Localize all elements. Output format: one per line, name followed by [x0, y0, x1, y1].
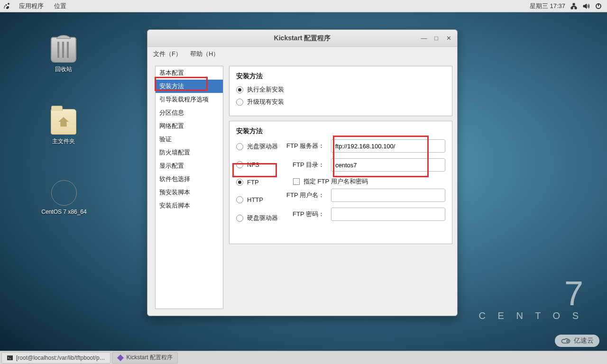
input-ftp-dir[interactable]	[331, 158, 445, 172]
desktop-home-label: 主文件夹	[40, 137, 87, 146]
desktop-disc[interactable]: CentOS 7 x86_64	[33, 180, 95, 215]
titlebar[interactable]: Kickstart 配置程序 — □ ✕	[147, 30, 457, 47]
watermark: 亿速云	[555, 335, 599, 347]
section-install-source: 安装方法 光盘驱动器 NFS FTP HTTP 硬盘驱动器 FTP 服务器： F…	[229, 121, 452, 244]
kickstart-icon	[117, 355, 124, 361]
menubar: 文件（F） 帮助（H）	[147, 47, 457, 61]
kickstart-window: Kickstart 配置程序 — □ ✕ 文件（F） 帮助（H） 基本配置 安装…	[147, 29, 458, 316]
radio-icon	[236, 143, 243, 150]
taskbar: [root@localhost:/var/lib/tftpboot/p… Kic…	[0, 351, 607, 364]
label-ftp-dir: FTP 目录：	[286, 161, 324, 169]
input-ftp-user[interactable]	[331, 189, 445, 202]
radio-http[interactable]: HTTP	[236, 195, 278, 204]
panel-clock[interactable]: 星期三 17:37	[530, 2, 565, 10]
svg-rect-1	[575, 7, 577, 9]
sidebar-item-partition[interactable]: 分区信息	[156, 106, 223, 119]
gnome-foot-icon	[3, 2, 10, 10]
radio-nfs[interactable]: NFS	[236, 160, 278, 169]
sidebar-item-basic[interactable]: 基本配置	[156, 66, 223, 80]
sidebar-item-install-method[interactable]: 安装方法	[156, 80, 223, 93]
sidebar-item-firewall[interactable]: 防火墙配置	[156, 146, 223, 159]
svg-rect-0	[571, 7, 573, 9]
sidebar-item-bootloader[interactable]: 引导装载程序选项	[156, 93, 223, 106]
terminal-icon	[7, 355, 13, 361]
disc-icon	[51, 180, 77, 206]
desktop-trash-label: 回收站	[40, 65, 87, 73]
menu-places[interactable]: 位置	[52, 1, 68, 11]
section-install-type-title: 安装方法	[236, 72, 445, 81]
radio-icon	[236, 196, 243, 203]
sidebar-item-packages[interactable]: 软件包选择	[156, 173, 223, 186]
minimize-button[interactable]: —	[418, 33, 430, 43]
sidebar-item-postscript[interactable]: 安装后脚本	[156, 199, 223, 212]
menu-applications[interactable]: 应用程序	[17, 1, 46, 11]
sidebar: 基本配置 安装方法 引导装载程序选项 分区信息 网络配置 验证 防火墙配置 显示…	[155, 66, 223, 309]
section-install-type: 安装方法 执行全新安装 升级现有安装	[229, 66, 452, 116]
desktop-home[interactable]: 主文件夹	[40, 109, 87, 146]
task-kickstart[interactable]: Kickstart 配置程序	[112, 352, 178, 364]
svg-rect-5	[7, 355, 13, 360]
radio-upgrade[interactable]: 升级现有安装	[236, 97, 445, 107]
desktop-disc-label: CentOS 7 x86_64	[33, 209, 95, 215]
menu-help[interactable]: 帮助（H）	[190, 50, 219, 58]
network-icon[interactable]	[570, 2, 578, 10]
radio-fresh-install[interactable]: 执行全新安装	[236, 84, 445, 95]
checkbox-icon	[293, 178, 300, 185]
radio-icon	[236, 86, 243, 93]
sidebar-item-network[interactable]: 网络配置	[156, 119, 223, 133]
home-folder-icon	[51, 109, 76, 135]
radio-icon	[236, 215, 243, 222]
radio-icon	[236, 161, 243, 168]
sound-icon[interactable]	[582, 2, 590, 10]
label-ftp-pass: FTP 密码：	[286, 210, 324, 218]
sidebar-item-auth[interactable]: 验证	[156, 133, 223, 146]
input-ftp-server[interactable]	[331, 139, 445, 153]
close-button[interactable]: ✕	[443, 33, 454, 43]
svg-rect-6	[117, 355, 124, 361]
sidebar-item-prescript[interactable]: 预安装脚本	[156, 186, 223, 199]
power-icon[interactable]	[595, 2, 602, 10]
radio-icon	[236, 99, 243, 106]
radio-cdrom[interactable]: 光盘驱动器	[236, 141, 278, 152]
radio-ftp[interactable]: FTP	[236, 178, 278, 187]
task-terminal[interactable]: [root@localhost:/var/lib/tftpboot/p…	[1, 352, 110, 364]
svg-rect-2	[573, 3, 575, 5]
checkbox-credentials[interactable]: 指定 FTP 用户名和密码	[293, 177, 445, 186]
radio-icon	[236, 179, 243, 186]
label-ftp-user: FTP 用户名：	[286, 191, 324, 200]
radio-hdd[interactable]: 硬盘驱动器	[236, 213, 278, 223]
trash-icon	[51, 37, 76, 63]
content-pane: 安装方法 执行全新安装 升级现有安装 安装方法 光盘驱动器 NFS FTP	[229, 66, 452, 309]
section-install-source-title: 安装方法	[236, 127, 445, 136]
top-panel: 应用程序 位置 星期三 17:37	[0, 0, 607, 12]
label-ftp-server: FTP 服务器：	[286, 142, 324, 150]
maximize-button[interactable]: □	[431, 33, 442, 43]
menu-file[interactable]: 文件（F）	[153, 50, 182, 58]
window-title: Kickstart 配置程序	[147, 34, 457, 43]
svg-point-7	[567, 340, 569, 342]
centos-brand: 7 C E N T O S	[479, 276, 583, 321]
sidebar-item-display[interactable]: 显示配置	[156, 159, 223, 173]
input-ftp-pass[interactable]	[331, 208, 445, 221]
desktop-trash[interactable]: 回收站	[40, 37, 87, 73]
